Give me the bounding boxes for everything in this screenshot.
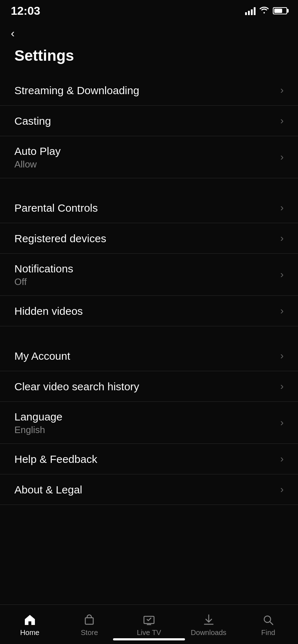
settings-item-about-legal[interactable]: About & Legal › bbox=[0, 474, 298, 505]
back-arrow-icon: ‹ bbox=[11, 27, 15, 40]
settings-item-registered-devices[interactable]: Registered devices › bbox=[0, 223, 298, 254]
settings-item-streaming-downloading[interactable]: Streaming & Downloading › bbox=[0, 75, 298, 106]
svg-line-5 bbox=[270, 622, 273, 625]
nav-item-store[interactable]: Store bbox=[60, 613, 119, 637]
chevron-right-icon: › bbox=[280, 202, 284, 213]
store-icon bbox=[83, 613, 96, 626]
my-account-label: My Account bbox=[14, 349, 70, 363]
chevron-right-icon: › bbox=[280, 417, 284, 428]
settings-item-my-account[interactable]: My Account › bbox=[0, 341, 298, 371]
notifications-sublabel: Off bbox=[14, 276, 73, 288]
status-time: 12:03 bbox=[11, 4, 40, 18]
chevron-right-icon: › bbox=[280, 233, 284, 244]
settings-item-clear-video-search-history[interactable]: Clear video search history › bbox=[0, 371, 298, 402]
parental-controls-label: Parental Controls bbox=[14, 201, 98, 215]
settings-item-auto-play[interactable]: Auto Play Allow › bbox=[0, 136, 298, 178]
live-tv-icon bbox=[143, 613, 155, 626]
section-spacer-2 bbox=[0, 330, 298, 341]
home-indicator bbox=[113, 638, 185, 640]
notifications-label: Notifications bbox=[14, 262, 73, 276]
settings-item-casting[interactable]: Casting › bbox=[0, 106, 298, 136]
registered-devices-label: Registered devices bbox=[14, 231, 106, 245]
chevron-right-icon: › bbox=[280, 381, 284, 392]
auto-play-label: Auto Play bbox=[14, 144, 60, 158]
chevron-right-icon: › bbox=[280, 484, 284, 495]
chevron-right-icon: › bbox=[280, 269, 284, 280]
settings-group-1: Streaming & Downloading › Casting › Auto… bbox=[0, 75, 298, 178]
settings-item-language[interactable]: Language English › bbox=[0, 402, 298, 444]
chevron-right-icon: › bbox=[280, 350, 284, 362]
nav-item-live-tv[interactable]: Live TV bbox=[119, 613, 179, 637]
settings-section: Streaming & Downloading › Casting › Auto… bbox=[0, 75, 298, 505]
section-spacer-1 bbox=[0, 182, 298, 193]
nav-item-home[interactable]: Home bbox=[0, 613, 60, 637]
chevron-right-icon: › bbox=[280, 305, 284, 317]
settings-item-parental-controls[interactable]: Parental Controls › bbox=[0, 193, 298, 223]
back-button[interactable]: ‹ bbox=[0, 19, 298, 43]
nav-label-find: Find bbox=[261, 629, 275, 637]
signal-icon bbox=[245, 6, 256, 15]
svg-rect-0 bbox=[85, 618, 93, 624]
about-legal-label: About & Legal bbox=[14, 483, 82, 497]
nav-label-live-tv: Live TV bbox=[137, 629, 161, 637]
nav-item-find[interactable]: Find bbox=[238, 613, 298, 637]
wifi-icon bbox=[259, 6, 269, 16]
status-bar: 12:03 bbox=[0, 0, 298, 19]
language-label: Language bbox=[14, 410, 62, 424]
help-feedback-label: Help & Feedback bbox=[14, 452, 97, 466]
chevron-right-icon: › bbox=[280, 151, 284, 163]
battery-icon bbox=[273, 7, 287, 14]
settings-item-hidden-videos[interactable]: Hidden videos › bbox=[0, 296, 298, 326]
settings-group-2: Parental Controls › Registered devices ›… bbox=[0, 193, 298, 326]
streaming-downloading-label: Streaming & Downloading bbox=[14, 83, 139, 97]
settings-group-3: My Account › Clear video search history … bbox=[0, 341, 298, 505]
page-title-section: Settings bbox=[0, 43, 298, 75]
nav-label-downloads: Downloads bbox=[191, 629, 226, 637]
chevron-right-icon: › bbox=[280, 453, 284, 465]
casting-label: Casting bbox=[14, 114, 51, 128]
status-icons bbox=[245, 6, 287, 16]
language-sublabel: English bbox=[14, 424, 62, 436]
find-icon bbox=[262, 613, 275, 626]
page-title: Settings bbox=[14, 47, 284, 64]
hidden-videos-label: Hidden videos bbox=[14, 304, 83, 318]
settings-item-help-feedback[interactable]: Help & Feedback › bbox=[0, 444, 298, 474]
downloads-icon bbox=[202, 613, 215, 626]
auto-play-sublabel: Allow bbox=[14, 159, 60, 170]
clear-video-search-history-label: Clear video search history bbox=[14, 380, 139, 394]
chevron-right-icon: › bbox=[280, 115, 284, 126]
home-icon bbox=[23, 613, 36, 626]
nav-label-home: Home bbox=[20, 629, 39, 637]
chevron-right-icon: › bbox=[280, 84, 284, 96]
nav-label-store: Store bbox=[81, 629, 98, 637]
nav-item-downloads[interactable]: Downloads bbox=[179, 613, 239, 637]
settings-item-notifications[interactable]: Notifications Off › bbox=[0, 254, 298, 296]
